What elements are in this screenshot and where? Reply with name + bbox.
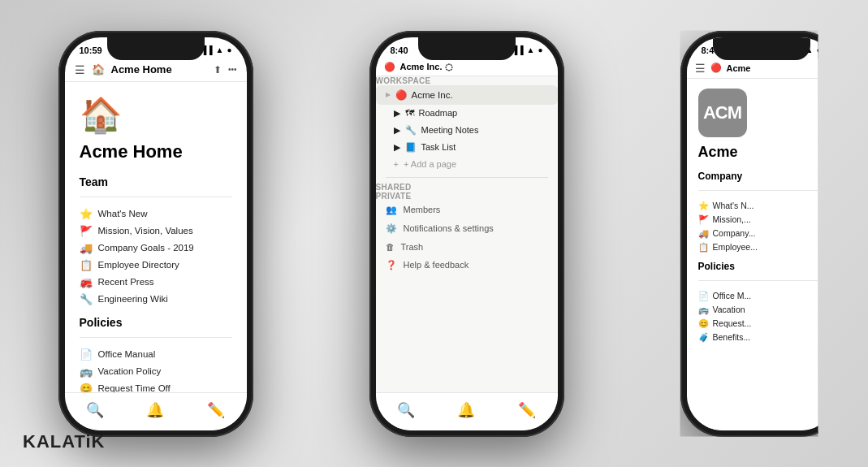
add-page-label: + Add a page [404, 159, 456, 169]
list-item[interactable]: 🚚 Company... [698, 227, 825, 240]
item-label: Vacation Policy [98, 366, 162, 376]
page-title-1: Acme Home [80, 141, 232, 162]
item-emoji: 🔧 [80, 293, 93, 305]
chevron-icon: ▶ [394, 142, 400, 153]
sidebar-divider [386, 177, 548, 178]
list-item[interactable]: 📄 Office Manual [80, 346, 232, 363]
workspace-name-2[interactable]: Acme Inc. ◌ [400, 62, 453, 72]
hamburger-icon-1[interactable]: ☰ [75, 63, 85, 76]
sidebar-sub-meeting[interactable]: ▶ 🔧 Meeting Notes [376, 122, 558, 139]
list-item[interactable]: 🚌 Vacation [698, 303, 825, 317]
list-item[interactable]: 😊 Request... [698, 317, 825, 331]
members-label: Members [404, 205, 441, 214]
notifications-label: Notifications & settings [404, 223, 494, 233]
section-policies-1: Policies [80, 316, 232, 329]
item-emoji: 🚒 [80, 276, 93, 288]
add-page-btn[interactable]: + + Add a page [376, 156, 558, 172]
item-emoji: 🚚 [80, 242, 93, 254]
help-label: Help & feedback [404, 260, 469, 270]
item-label: Request... [713, 318, 752, 328]
list-item[interactable]: 🚩 Mission,... [698, 213, 825, 227]
item-label: Benefits... [713, 332, 751, 342]
phone-3-notch [713, 37, 810, 60]
detail-content-3: ACM Acme Company ⭐ What's N... 🚩 Mission… [687, 79, 836, 430]
hamburger-icon-3[interactable]: ☰ [695, 62, 706, 75]
item-emoji: 🚌 [80, 365, 93, 378]
team-list-1: ⭐ What's New 🚩 Mission, Vision, Values 🚚… [80, 205, 232, 308]
list-item[interactable]: 🚚 Company Goals - 2019 [80, 240, 232, 257]
item-label: What's New [98, 209, 148, 218]
list-item[interactable]: ⭐ What's N... [698, 199, 825, 213]
edit-icon-bottom-2[interactable]: ✏️ [518, 401, 536, 419]
list-item[interactable]: 🚌 Vacation Policy [80, 363, 232, 380]
nav-bar-3: ☰ 🔴 Acme [687, 58, 836, 79]
item-label: Employee... [713, 242, 758, 252]
bell-icon-bottom-1[interactable]: 🔔 [146, 401, 164, 419]
item-emoji: ⭐ [80, 208, 93, 220]
share-icon-1[interactable]: ⬆ [214, 64, 222, 76]
item-label: Mission,... [713, 214, 751, 224]
page-emoji-1: 🏠 [80, 95, 232, 135]
sidebar-label: Acme Inc. [412, 90, 453, 100]
time-2: 8:40 [391, 45, 408, 55]
sidebar-sub-tasklist[interactable]: ▶ 📘 Task List [376, 139, 558, 156]
policies-list-1: 📄 Office Manual 🚌 Vacation Policy 😊 Requ… [80, 346, 232, 392]
acme-logo-text: ACM [703, 102, 741, 123]
divider-2 [80, 337, 232, 338]
acme-logo-3: ACM [698, 89, 747, 137]
trash-icon: 🗑 [386, 242, 395, 252]
settings-icon: ⚙️ [386, 223, 397, 234]
list-item[interactable]: 🧳 Benefits... [698, 331, 825, 344]
sidebar-emoji: 📘 [405, 142, 417, 153]
bell-icon-bottom-2[interactable]: 🔔 [457, 401, 475, 419]
notifications-item[interactable]: ⚙️ Notifications & settings [376, 219, 558, 238]
workspace-logo-2: 🔴 [384, 62, 395, 72]
list-item[interactable]: 🚩 Mission, Vision, Values [80, 223, 232, 240]
list-item[interactable]: 📄 Office M... [698, 289, 825, 303]
item-emoji: 📄 [80, 348, 93, 361]
bottom-bar-1: 🔍 🔔 ✏️ [65, 392, 247, 430]
item-emoji: 😊 [698, 318, 709, 329]
list-item[interactable]: 📋 Employee Directory [80, 257, 232, 274]
item-label: Office Manual [98, 349, 156, 359]
detail-company-list: ⭐ What's N... 🚩 Mission,... 🚚 Company...… [698, 199, 825, 254]
sidebar-item-acme[interactable]: ▶ 🔴 Acme Inc. [376, 85, 558, 105]
help-icon: ❓ [386, 260, 397, 270]
detail-divider-1 [698, 190, 825, 191]
trash-item[interactable]: 🗑 Trash [376, 238, 558, 256]
search-icon-bottom-2[interactable]: 🔍 [397, 401, 415, 419]
add-icon: + [394, 159, 399, 169]
list-item[interactable]: 🔧 Engineering Wiki [80, 291, 232, 308]
item-emoji: 📋 [80, 259, 93, 271]
list-item[interactable]: 🚒 Recent Press [80, 274, 232, 291]
more-icon-1[interactable]: ••• [228, 65, 237, 74]
section-team-1: Team [80, 175, 232, 188]
item-label: Mission, Vision, Values [98, 226, 193, 236]
item-emoji: 😊 [80, 383, 93, 392]
sidebar-emoji: 🗺 [405, 108, 414, 118]
item-label: Company Goals - 2019 [98, 243, 194, 253]
chevron-icon: ▶ [394, 108, 400, 119]
members-item[interactable]: 👥 Members [376, 201, 558, 219]
list-item[interactable]: 😊 Request Time Off [80, 380, 232, 392]
chevron-icon: ▶ [394, 125, 400, 136]
sidebar-sub-roadmap[interactable]: ▶ 🗺 Roadmap [376, 105, 558, 122]
private-section-label: PRIVATE [376, 192, 558, 201]
detail-divider-2 [698, 280, 825, 281]
nav-home-emoji-1: 🏠 [92, 63, 105, 76]
help-item[interactable]: ❓ Help & feedback [376, 256, 558, 275]
list-item[interactable]: 📋 Employee... [698, 240, 825, 254]
bottom-bar-2: 🔍 🔔 ✏️ [376, 392, 558, 430]
sidebar-emoji: 🔴 [395, 89, 407, 101]
phone-3: 8:40 ▐▐▐ ▲ ● ☰ 🔴 Acme ACM Acme Company [680, 31, 843, 437]
item-emoji: 🚩 [80, 225, 93, 237]
chevron-icon: ▶ [386, 91, 391, 98]
item-label: Request Time Off [98, 383, 171, 392]
edit-icon-bottom-1[interactable]: ✏️ [207, 401, 225, 419]
nav-title-1: Acme Home [111, 63, 207, 76]
workspace-section-label: WORKSPACE [376, 76, 558, 85]
nav-bar-2: 🔴 Acme Inc. ◌ [376, 58, 558, 76]
item-emoji: 🧳 [698, 332, 709, 343]
search-icon-bottom-1[interactable]: 🔍 [86, 401, 104, 419]
list-item[interactable]: ⭐ What's New [80, 205, 232, 223]
